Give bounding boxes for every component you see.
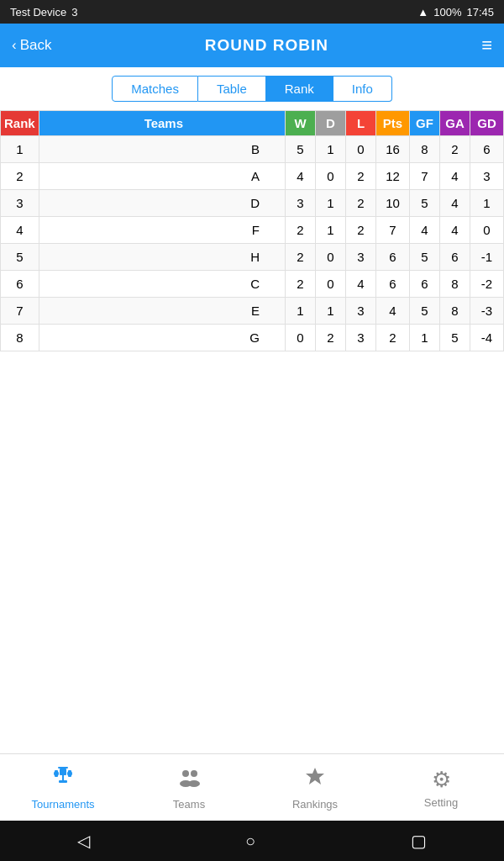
cell-gf: 5 (410, 244, 440, 271)
cell-team: B (39, 136, 285, 163)
back-label: Back (20, 37, 52, 54)
cell-l: 2 (346, 163, 376, 190)
bottom-nav-rankings[interactable]: Rankings (252, 765, 378, 811)
rank-table: Rank Teams W D L Pts GF GA GD 1 B 5 1 0 … (0, 110, 504, 351)
table-row: 2 A 4 0 2 12 7 4 3 (1, 163, 504, 190)
tab-bar: Matches Table Rank Info (0, 67, 504, 110)
status-right: ▲ 100% 17:45 (417, 6, 494, 18)
tab-table[interactable]: Table (198, 76, 266, 102)
cell-gf: 6 (410, 271, 440, 298)
cell-rank: 8 (1, 325, 39, 351)
cell-l: 0 (346, 136, 376, 163)
col-teams: Teams (39, 111, 285, 136)
time-display: 17:45 (466, 6, 494, 18)
cell-w: 5 (286, 136, 316, 163)
cell-ga: 6 (440, 244, 470, 271)
cell-team: A (39, 163, 285, 190)
cell-d: 0 (316, 271, 346, 298)
cell-l: 3 (346, 244, 376, 271)
bottom-nav-setting[interactable]: ⚙ Setting (378, 767, 504, 809)
cell-rank: 3 (1, 190, 39, 217)
svg-rect-0 (58, 767, 68, 769)
cell-d: 1 (316, 136, 346, 163)
cell-w: 0 (286, 325, 316, 351)
cell-gd: 3 (470, 163, 504, 190)
table-row: 8 G 0 2 3 2 1 5 -4 (1, 325, 504, 351)
cell-rank: 5 (1, 244, 39, 271)
svg-rect-6 (55, 770, 58, 777)
cell-gd: 0 (470, 217, 504, 244)
teams-icon (177, 765, 201, 795)
battery-text: 100% (433, 6, 461, 18)
android-recents-button[interactable]: ▢ (411, 831, 427, 851)
cell-ga: 4 (440, 163, 470, 190)
cell-pts: 6 (376, 244, 410, 271)
col-gd: GD (470, 111, 504, 136)
cell-w: 2 (286, 271, 316, 298)
page-title: ROUND ROBIN (205, 36, 328, 55)
table-row: 1 B 5 1 0 16 8 2 6 (1, 136, 504, 163)
cell-gf: 4 (410, 217, 440, 244)
android-back-button[interactable]: ◁ (77, 831, 90, 851)
svg-rect-1 (60, 769, 66, 775)
col-pts: Pts (376, 111, 410, 136)
cell-rank: 2 (1, 163, 39, 190)
rankings-icon (303, 765, 327, 795)
status-left: Test Device 3 (10, 6, 77, 18)
cell-pts: 2 (376, 325, 410, 351)
cell-ga: 5 (440, 325, 470, 351)
cell-ga: 4 (440, 190, 470, 217)
cell-d: 1 (316, 217, 346, 244)
tab-matches[interactable]: Matches (112, 76, 198, 102)
cell-gf: 1 (410, 325, 440, 351)
cell-team: E (39, 298, 285, 325)
bottom-nav: Tournaments Teams Rankings ⚙ Setting (0, 753, 504, 821)
table-row: 5 H 2 0 3 6 5 6 -1 (1, 244, 504, 271)
cell-gd: -3 (470, 298, 504, 325)
tab-rank[interactable]: Rank (266, 76, 333, 102)
col-ga: GA (440, 111, 470, 136)
cell-pts: 12 (376, 163, 410, 190)
cell-w: 2 (286, 244, 316, 271)
cell-gf: 7 (410, 163, 440, 190)
app-name: Test Device (10, 6, 66, 18)
cell-gd: -4 (470, 325, 504, 351)
tab-info[interactable]: Info (333, 76, 392, 102)
cell-rank: 1 (1, 136, 39, 163)
tournaments-icon (51, 765, 75, 795)
cell-pts: 16 (376, 136, 410, 163)
status-bar: Test Device 3 ▲ 100% 17:45 (0, 0, 504, 24)
col-l: L (346, 111, 376, 136)
cell-rank: 4 (1, 217, 39, 244)
cell-d: 0 (316, 244, 346, 271)
cell-gf: 5 (410, 298, 440, 325)
cell-w: 3 (286, 190, 316, 217)
cell-pts: 7 (376, 217, 410, 244)
menu-icon[interactable]: ≡ (481, 34, 492, 56)
back-chevron-icon: ‹ (12, 37, 17, 54)
back-button[interactable]: ‹ Back (12, 37, 51, 54)
android-nav-bar: ◁ ○ ▢ (0, 821, 504, 861)
cell-l: 4 (346, 271, 376, 298)
table-row: 7 E 1 1 3 4 5 8 -3 (1, 298, 504, 325)
table-body: 1 B 5 1 0 16 8 2 6 2 A 4 0 2 12 7 4 3 3 … (1, 136, 504, 351)
cell-gd: -1 (470, 244, 504, 271)
bottom-nav-tournaments[interactable]: Tournaments (0, 765, 126, 811)
col-gf: GF (410, 111, 440, 136)
cell-gd: 1 (470, 190, 504, 217)
bottom-nav-rankings-label: Rankings (292, 798, 338, 811)
notif-count: 3 (71, 6, 77, 18)
android-home-button[interactable]: ○ (245, 832, 255, 851)
cell-gf: 5 (410, 190, 440, 217)
table-row: 3 D 3 1 2 10 5 4 1 (1, 190, 504, 217)
cell-l: 2 (346, 217, 376, 244)
bottom-nav-teams[interactable]: Teams (126, 765, 252, 811)
cell-w: 4 (286, 163, 316, 190)
bottom-nav-tournaments-label: Tournaments (31, 798, 94, 811)
cell-team: F (39, 217, 285, 244)
cell-d: 2 (316, 325, 346, 351)
table-header-row: Rank Teams W D L Pts GF GA GD (1, 111, 504, 136)
col-rank: Rank (1, 111, 39, 136)
main-content: Rank Teams W D L Pts GF GA GD 1 B 5 1 0 … (0, 110, 504, 753)
cell-ga: 8 (440, 271, 470, 298)
